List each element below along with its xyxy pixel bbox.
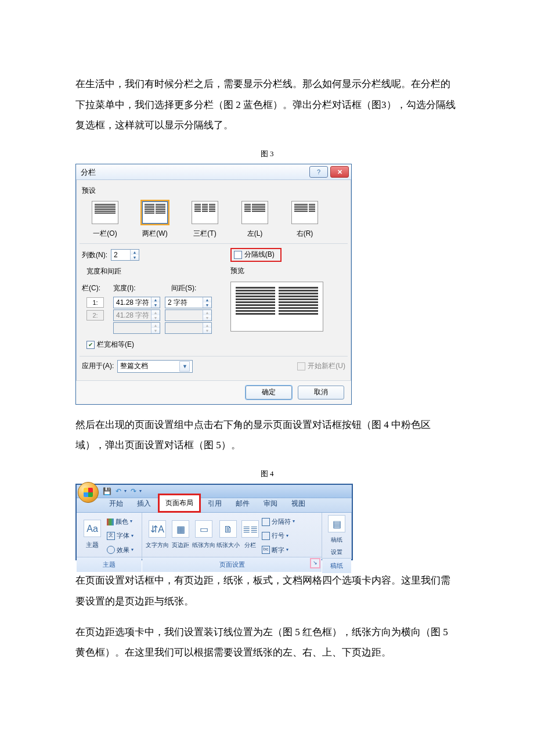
cols-count-input[interactable]: [111, 250, 130, 260]
col2-spacing-spinner: ▲▼: [165, 309, 212, 321]
preview-box: [230, 282, 323, 332]
group-themes-label: 主题: [77, 557, 142, 572]
tab-review[interactable]: 审阅: [257, 495, 284, 512]
preset-right[interactable]: 右(R): [282, 201, 328, 241]
separator-checkbox[interactable]: 分隔线(B): [234, 247, 275, 262]
paper-settings-button[interactable]: ▤稿纸 设置: [326, 515, 348, 558]
cols-count-spinner[interactable]: ▲▼: [111, 249, 139, 261]
tab-references[interactable]: 引用: [201, 495, 229, 512]
ribbon-tabs: 开始 插入 页面布局 引用 邮件 审阅 视图: [77, 498, 352, 513]
dialog-titlebar[interactable]: 分栏 ? ✕: [76, 164, 351, 180]
tab-page-layout[interactable]: 页面布局: [158, 494, 201, 513]
margins-icon: ▦: [172, 520, 189, 538]
size-button[interactable]: 🗎纸张大小: [217, 520, 240, 551]
theme-effects-button[interactable]: 效果▾: [107, 543, 134, 557]
line-numbers-button[interactable]: 行号▾: [262, 529, 295, 542]
col-index-2: 2:: [86, 310, 104, 321]
apply-to-select[interactable]: 整篇文档 ▼: [117, 360, 193, 373]
chevron-down-icon: ▼: [179, 361, 190, 372]
group-paper: ▤稿纸 设置 稿纸: [322, 513, 352, 559]
text-direction-icon: ⇵A: [149, 520, 166, 538]
width-spacing-label: 宽度和间距: [86, 264, 220, 279]
figure-3-caption: 图 3: [75, 146, 459, 161]
presets: 一栏(O) 两栏(W) 三栏(T) 左(L) 右(R): [82, 201, 345, 241]
start-new-col-checkbox: 开始新栏(U): [297, 359, 345, 373]
apply-to-label: 应用于(A):: [82, 359, 114, 373]
size-icon: 🗎: [219, 520, 237, 538]
preset-one[interactable]: 一栏(O): [82, 201, 128, 241]
text-direction-button[interactable]: ⇵A文字方向: [146, 520, 169, 551]
dialog-title: 分栏: [81, 164, 307, 180]
themes-button[interactable]: Aa 主题: [80, 520, 104, 552]
tab-home[interactable]: 开始: [102, 495, 130, 512]
paragraph-4: 在页边距选项卡中，我们设置装订线位置为左（图 5 红色框），纸张方向为横向（图 …: [75, 622, 459, 663]
group-page-setup: ⇵A文字方向 ▦页边距 ▭纸张方向 🗎纸张大小 ≣≣分栏 分隔符▾ 行号▾ bc…: [142, 513, 322, 559]
paragraph-1: 在生活中，我们有时候分栏之后，需要显示分栏线。那么如何显示分栏线呢。在分栏的下拉…: [75, 74, 459, 136]
themes-icon: Aa: [84, 520, 101, 537]
columns-icon: ≣≣: [241, 520, 259, 538]
separator-checkbox-highlight: 分隔线(B): [230, 248, 282, 262]
preset-two[interactable]: 两栏(W): [132, 201, 178, 241]
help-button[interactable]: ?: [309, 166, 328, 178]
paragraph-2: 然后在出现的页面设置组中点击右下角的显示页面设置对话框按钮（图 4 中粉色区域）…: [75, 415, 459, 456]
hyphenation-button[interactable]: bc断字▾: [262, 543, 295, 557]
page-setup-launcher[interactable]: ↘: [310, 558, 320, 568]
preview-label: 预览: [230, 264, 345, 278]
ribbon: 💾 ↶▾ ↷ ▾ 开始 插入 页面布局 引用 邮件 审阅 视图 Aa 主题: [75, 484, 353, 560]
col2-width-spinner: ▲▼: [113, 309, 160, 321]
group-themes: Aa 主题 颜色▾ 文字体▾ 效果▾ 主题: [77, 513, 142, 559]
columns-dialog: 分栏 ? ✕ 预设 一栏(O) 两栏(W) 三栏(T): [75, 164, 352, 404]
preset-three[interactable]: 三栏(T): [182, 201, 228, 241]
equal-width-checkbox[interactable]: 栏宽相等(E): [86, 337, 134, 352]
tab-insert[interactable]: 插入: [130, 495, 158, 512]
col-index-1: 1:: [86, 297, 104, 308]
presets-label: 预设: [82, 183, 345, 198]
cancel-button[interactable]: 取消: [298, 386, 344, 399]
paragraph-3: 在页面设置对话框中，有页边距，纸张，板式，文档网格四个选项卡内容。这里我们需要设…: [75, 570, 459, 611]
orientation-icon: ▭: [195, 520, 212, 538]
theme-colors-button[interactable]: 颜色▾: [107, 515, 134, 528]
group-page-setup-label: 页面设置 ↘: [142, 557, 322, 572]
preset-left[interactable]: 左(L): [232, 201, 278, 241]
tab-mailings[interactable]: 邮件: [229, 495, 257, 512]
paper-icon: ▤: [328, 515, 345, 532]
margins-button[interactable]: ▦页边距: [170, 520, 191, 551]
columns-button[interactable]: ≣≣分栏: [241, 520, 259, 551]
col1-width-spinner[interactable]: ▲▼: [113, 297, 160, 308]
ok-button[interactable]: 确定: [246, 386, 292, 399]
group-paper-label: 稿纸: [322, 558, 351, 573]
close-button[interactable]: ✕: [330, 166, 349, 178]
down-arrow-icon[interactable]: ▼: [131, 255, 139, 260]
tab-view[interactable]: 视图: [284, 495, 312, 512]
up-arrow-icon[interactable]: ▲: [131, 250, 139, 255]
col1-spacing-spinner[interactable]: ▲▼: [165, 297, 212, 308]
orientation-button[interactable]: ▭纸张方向: [192, 520, 215, 551]
breaks-button[interactable]: 分隔符▾: [262, 515, 295, 528]
cols-count-label: 列数(N):: [82, 248, 107, 262]
theme-fonts-button[interactable]: 文字体▾: [107, 529, 134, 542]
figure-4-caption: 图 4: [75, 466, 459, 481]
